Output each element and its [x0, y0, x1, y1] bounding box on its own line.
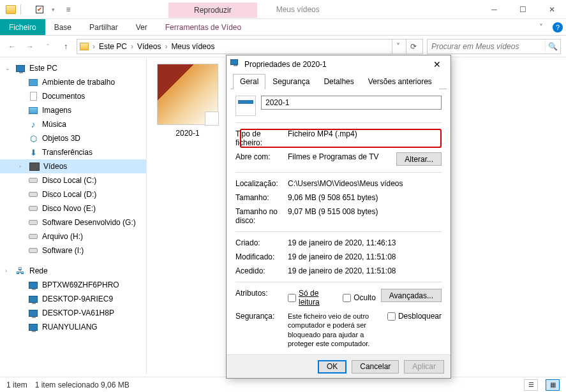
nav-label: Software (I:)	[42, 246, 84, 255]
tab-base[interactable]: Base	[45, 19, 80, 35]
nav-label: Software Desenvolvido (G:)	[42, 218, 136, 227]
nav-network[interactable]: › 🖧 Rede	[0, 264, 146, 278]
nav-label: RUANYULIANG	[42, 323, 98, 331]
search-box[interactable]: 🔍	[427, 39, 561, 54]
search-icon[interactable]: 🔍	[545, 40, 560, 54]
disk-icon	[28, 189, 38, 200]
address-dropdown-icon[interactable]: ˅	[392, 40, 403, 54]
expander-icon[interactable]: ›	[19, 163, 26, 170]
change-button[interactable]: Alterar...	[396, 152, 442, 166]
tab-file[interactable]: Ficheiro	[0, 19, 45, 35]
help-icon: ?	[553, 22, 563, 33]
status-bar: 1 item 1 item selecionado 9,06 MB ☰ ▦	[0, 377, 566, 392]
app-icon[interactable]	[5, 4, 17, 15]
expander-icon[interactable]: ›	[5, 268, 11, 274]
label-accessed: Acedido:	[235, 266, 283, 275]
crumb-meus-videos[interactable]: Meus vídeos	[171, 42, 214, 51]
view-thumbnails-button[interactable]: ▦	[546, 379, 560, 391]
nav-este-pc[interactable]: ⌄ Este PC	[0, 61, 146, 75]
nav-label: Disco Local (D:)	[42, 190, 96, 199]
nav-computer[interactable]: DESKTOP-9ARIEC9	[0, 292, 146, 306]
nav-item[interactable]: ⬡Objetos 3D	[0, 131, 146, 145]
value-size-disk: 9,07 MB (9 515 008 bytes)	[288, 207, 442, 216]
nav-item[interactable]: Software (I:)	[0, 243, 146, 258]
pc-icon	[28, 308, 38, 318]
expander-icon[interactable]: ⌄	[5, 65, 11, 71]
nav-computer[interactable]: DESKTOP-VA61H8P	[0, 306, 146, 320]
nav-label: Este PC	[29, 64, 57, 73]
label-opens: Abre com:	[235, 152, 283, 161]
ok-button[interactable]: OK	[318, 360, 346, 374]
nav-item[interactable]: ⬇Transferências	[0, 145, 146, 159]
view-details-button[interactable]: ☰	[524, 379, 538, 391]
nav-item[interactable]: Disco Novo (E:)	[0, 201, 146, 215]
nav-item[interactable]: ♪Música	[0, 117, 146, 131]
file-item[interactable]: 2020-1	[153, 64, 222, 138]
chevron-right-icon[interactable]: ›	[91, 42, 96, 51]
cancel-button[interactable]: Cancelar	[352, 360, 399, 374]
minimize-button[interactable]: ─	[480, 0, 509, 18]
dialog-titlebar[interactable]: Propriedades de 2020-1 ✕	[227, 55, 451, 73]
document-icon	[28, 91, 38, 101]
nav-history-icon[interactable]: ˅	[41, 40, 55, 54]
crumb-videos[interactable]: Vídeos	[137, 42, 161, 51]
close-button[interactable]: ✕	[537, 0, 566, 18]
tab-video-tools[interactable]: Ferramentas de Vídeo	[156, 19, 250, 35]
tab-seguranca[interactable]: Segurança	[265, 74, 317, 89]
navigation-pane[interactable]: ⌄ Este PC Ambiente de trabalhoDocumentos…	[0, 57, 147, 374]
nav-label: Disco Local (C:)	[42, 176, 96, 185]
tab-detalhes[interactable]: Detalhes	[317, 74, 361, 89]
qat-properties-checkbox[interactable]: ✔	[36, 6, 43, 13]
nav-label: Objetos 3D	[42, 134, 80, 143]
unblock-checkbox[interactable]: Desbloquear	[387, 312, 442, 321]
value-size: 9,06 MB (9 508 651 bytes)	[288, 193, 442, 202]
crumb-este-pc[interactable]: Este PC	[99, 42, 127, 51]
readonly-checkbox[interactable]: Só de leitura	[288, 289, 336, 307]
label-size-disk: Tamanho no disco:	[235, 207, 283, 225]
help-button[interactable]: ?	[549, 19, 566, 35]
video-thumbnail	[157, 64, 218, 125]
refresh-button[interactable]: ⟳	[406, 40, 420, 54]
nav-item[interactable]: Imagens	[0, 103, 146, 117]
tab-view[interactable]: Ver	[127, 19, 156, 35]
dialog-footer: OK Cancelar Aplicar	[227, 354, 451, 378]
nav-item[interactable]: Disco Local (D:)	[0, 187, 146, 201]
nav-item[interactable]: Software Desenvolvido (G:)	[0, 215, 146, 229]
dialog-body: Tipo de ficheiro:Ficheiro MP4 (.mp4) Abr…	[227, 89, 451, 354]
desktop-icon	[28, 77, 38, 87]
nav-forward-button[interactable]: →	[23, 40, 37, 54]
filename-input[interactable]	[261, 96, 442, 110]
nav-label: Rede	[29, 266, 48, 275]
nav-label: Ambiente de trabalho	[42, 78, 115, 87]
ribbon-collapse-icon[interactable]: ˅	[533, 19, 549, 35]
nav-back-button[interactable]: ←	[5, 40, 19, 54]
nav-item[interactable]: Documentos	[0, 89, 146, 103]
dialog-close-button[interactable]: ✕	[428, 55, 447, 73]
dialog-icon	[230, 59, 241, 69]
tab-share[interactable]: Partilhar	[80, 19, 127, 35]
tab-geral[interactable]: Geral	[233, 74, 265, 89]
nav-computer[interactable]: BPTXW69ZHF6PHRO	[0, 278, 146, 292]
qat-customize-icon[interactable]: ≡	[63, 4, 74, 15]
nav-label: Transferências	[42, 148, 93, 157]
nav-item[interactable]: ›Vídeos	[0, 159, 146, 173]
nav-item[interactable]: Ambiente de trabalho	[0, 75, 146, 89]
nav-item[interactable]: Disco Local (C:)	[0, 173, 146, 187]
search-input[interactable]	[428, 42, 545, 51]
breadcrumb[interactable]: › Este PC › Vídeos › Meus vídeos ˅ ⟳	[77, 39, 423, 54]
chevron-right-icon[interactable]: ›	[163, 42, 168, 51]
chevron-right-icon[interactable]: ›	[130, 42, 135, 51]
nav-up-button[interactable]: ↑	[59, 40, 73, 54]
tab-versoes[interactable]: Versões anteriores	[361, 74, 439, 89]
label-type: Tipo de ficheiro:	[235, 129, 283, 147]
label-attributes: Atributos:	[235, 289, 283, 298]
apply-button[interactable]: Aplicar	[404, 360, 444, 374]
nav-item[interactable]: Arquivo (H:)	[0, 229, 146, 243]
nav-computer[interactable]: RUANYULIANG	[0, 320, 146, 334]
disk-icon	[28, 175, 38, 185]
qat-dropdown-icon[interactable]: ▾	[47, 4, 59, 15]
nav-label: Disco Novo (E:)	[42, 204, 96, 213]
maximize-button[interactable]: ☐	[509, 0, 537, 18]
advanced-button[interactable]: Avançadas...	[381, 289, 442, 302]
hidden-checkbox[interactable]: Oculto	[343, 293, 376, 302]
